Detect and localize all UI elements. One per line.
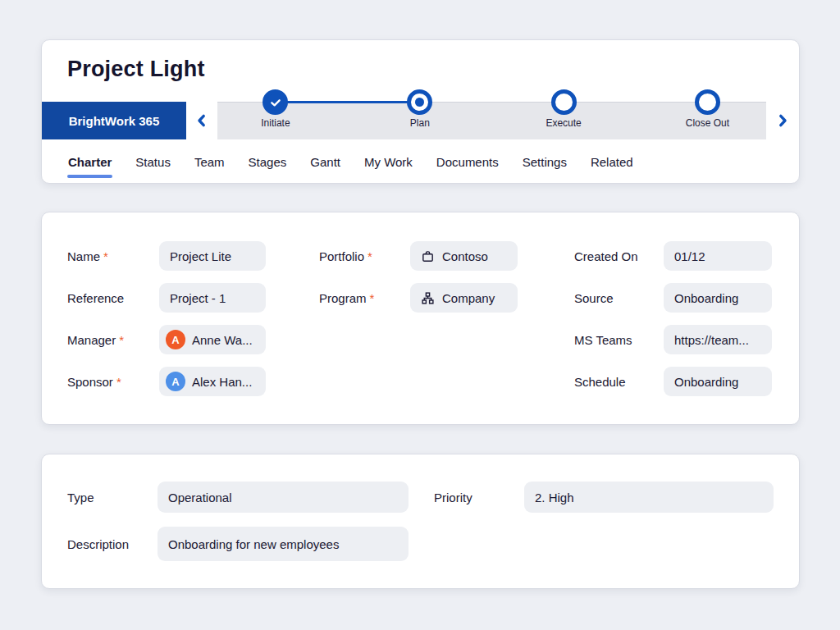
details-form-card: Type Operational Priority 2. High Descri… xyxy=(41,454,800,589)
program-value: Company xyxy=(442,291,495,305)
stage-track: Initiate Plan Execute Close Out xyxy=(217,102,766,139)
schedule-field[interactable]: Onboarding xyxy=(664,367,772,396)
tab-documents[interactable]: Documents xyxy=(436,153,500,171)
required-marker: * xyxy=(116,375,121,389)
description-label: Description xyxy=(67,537,158,551)
ms-teams-field[interactable]: https://team... xyxy=(664,325,772,354)
stage-scroll-right-button[interactable] xyxy=(766,102,799,139)
program-field[interactable]: Company xyxy=(410,283,518,313)
priority-label: Priority xyxy=(434,491,524,504)
name-field[interactable]: Project Lite xyxy=(159,241,266,271)
briefcase-icon xyxy=(421,249,435,263)
brightwork-badge: BrightWork 365 xyxy=(42,102,186,139)
required-marker: * xyxy=(368,249,372,263)
created-on-label: Created On xyxy=(574,249,664,263)
stage-todo-icon xyxy=(695,89,720,115)
manager-field[interactable]: A Anne Wa... xyxy=(159,325,266,354)
chevron-right-icon xyxy=(775,112,790,130)
tab-charter[interactable]: Charter xyxy=(67,153,112,171)
source-field[interactable]: Onboarding xyxy=(664,283,772,313)
check-icon xyxy=(269,96,282,109)
org-chart-icon xyxy=(421,291,435,305)
reference-field[interactable]: Project - 1 xyxy=(159,283,266,313)
schedule-label: Schedule xyxy=(574,375,664,389)
tab-team[interactable]: Team xyxy=(194,153,226,171)
tab-my-work[interactable]: My Work xyxy=(363,153,413,171)
tab-stages[interactable]: Stages xyxy=(248,153,288,171)
stage-label: Execute xyxy=(546,117,581,129)
sponsor-value: Alex Han... xyxy=(192,375,252,389)
sponsor-field[interactable]: A Alex Han... xyxy=(159,367,266,396)
stage-bar: BrightWork 365 Initiate Plan Execute xyxy=(42,102,799,139)
stage-plan[interactable]: Plan xyxy=(381,89,459,129)
reference-label: Reference xyxy=(67,291,159,305)
stage-initiate[interactable]: Initiate xyxy=(236,89,315,129)
charter-form-card: Name* Project Lite Reference Project - 1… xyxy=(41,212,800,425)
portfolio-value: Contoso xyxy=(442,249,488,263)
stage-execute[interactable]: Execute xyxy=(524,89,603,129)
description-field[interactable]: Onboarding for new employees xyxy=(158,527,409,561)
program-label: Program* xyxy=(319,291,410,305)
stage-close-out[interactable]: Close Out xyxy=(668,89,746,129)
stage-label: Plan xyxy=(410,117,430,129)
sponsor-avatar: A xyxy=(166,372,185,391)
name-label: Name* xyxy=(67,249,159,263)
sponsor-label: Sponsor* xyxy=(67,375,159,389)
manager-avatar: A xyxy=(166,330,185,349)
stage-done-icon xyxy=(262,89,288,115)
stage-todo-icon xyxy=(551,89,577,115)
chevron-left-icon xyxy=(194,112,209,130)
stage-current-icon xyxy=(407,89,432,115)
stage-label: Close Out xyxy=(686,117,729,129)
stage-scroll-left-button[interactable] xyxy=(186,102,217,139)
manager-label: Manager* xyxy=(67,333,159,347)
required-marker: * xyxy=(119,333,124,347)
created-on-field[interactable]: 01/12 xyxy=(664,241,772,271)
manager-value: Anne Wa... xyxy=(192,333,253,347)
source-label: Source xyxy=(574,291,664,305)
portfolio-field[interactable]: Contoso xyxy=(410,241,518,271)
tab-gantt[interactable]: Gantt xyxy=(309,153,341,171)
stage-label: Initiate xyxy=(261,117,290,129)
project-header-card: Project Light BrightWork 365 Initiate Pl… xyxy=(41,39,800,184)
required-marker: * xyxy=(103,249,108,263)
type-label: Type xyxy=(67,491,158,504)
type-field[interactable]: Operational xyxy=(158,482,409,513)
tab-settings[interactable]: Settings xyxy=(522,153,568,171)
page-title: Project Light xyxy=(42,40,799,82)
required-marker: * xyxy=(370,291,375,305)
priority-field[interactable]: 2. High xyxy=(524,482,774,513)
ms-teams-label: MS Teams xyxy=(574,333,664,347)
portfolio-label: Portfolio* xyxy=(319,249,410,263)
tab-related[interactable]: Related xyxy=(590,153,634,171)
tab-bar: Charter Status Team Stages Gantt My Work… xyxy=(67,139,634,184)
tab-status[interactable]: Status xyxy=(135,153,171,171)
